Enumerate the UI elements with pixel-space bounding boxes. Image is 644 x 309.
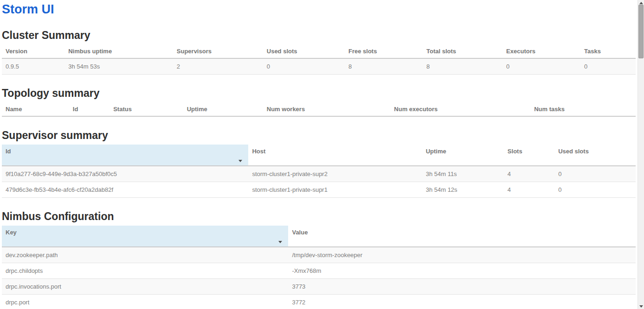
column-header-tasks[interactable]: Tasks <box>580 44 636 58</box>
cell-used-slots: 0 <box>554 166 636 182</box>
cell-supervisor-id: 9f10a277-68c9-449e-9d3a-b327a50bf0c5 <box>2 166 248 182</box>
column-header-num-workers[interactable]: Num workers <box>263 102 391 116</box>
cell-slots: 4 <box>504 166 554 182</box>
column-header-key-label: Key <box>6 229 17 236</box>
column-header-id-label: Id <box>6 148 11 155</box>
cell-used-slots: 0 <box>554 182 636 198</box>
column-header-executors[interactable]: Executors <box>502 44 580 58</box>
cell-config-key: dev.zookeeper.path <box>2 247 288 263</box>
column-header-status[interactable]: Status <box>109 102 183 116</box>
cell-executors: 0 <box>502 58 580 75</box>
column-header-supervisors[interactable]: Supervisors <box>173 44 263 58</box>
header-row: Key Value <box>2 226 636 247</box>
cell-host: storm-cluster1-private-supr2 <box>248 166 422 182</box>
column-header-uptime[interactable]: Uptime <box>422 145 504 166</box>
cell-config-key: drpc.childopts <box>2 263 288 279</box>
cell-config-value: 3773 <box>288 279 636 295</box>
header-row: Version Nimbus uptime Supervisors Used s… <box>2 44 636 58</box>
scroll-down-button[interactable] <box>638 303 644 309</box>
column-header-slots[interactable]: Slots <box>504 145 554 166</box>
table-row: dev.zookeeper.path /tmp/dev-storm-zookee… <box>2 247 636 263</box>
column-header-free-slots[interactable]: Free slots <box>345 44 423 58</box>
column-header-uptime[interactable]: Uptime <box>183 102 263 116</box>
cell-host: storm-cluster1-private-supr1 <box>248 182 422 198</box>
column-header-version[interactable]: Version <box>2 44 64 58</box>
cluster-summary-heading: Cluster Summary <box>2 29 636 41</box>
cell-config-key: drpc.invocations.port <box>2 279 288 295</box>
cell-free-slots: 8 <box>345 58 423 75</box>
cell-tasks: 0 <box>580 58 636 75</box>
column-header-value[interactable]: Value <box>288 226 636 247</box>
column-header-host[interactable]: Host <box>248 145 422 166</box>
supervisor-summary-heading: Supervisor summary <box>2 129 636 141</box>
cell-config-value: /tmp/dev-storm-zookeeper <box>288 247 636 263</box>
column-header-used-slots[interactable]: Used slots <box>263 44 345 58</box>
sort-desc-icon <box>238 160 242 162</box>
column-header-num-executors[interactable]: Num executors <box>390 102 530 116</box>
cell-used-slots: 0 <box>263 58 345 75</box>
column-header-key[interactable]: Key <box>2 226 288 247</box>
cell-uptime: 3h 54m 11s <box>422 166 504 182</box>
column-header-name[interactable]: Name <box>2 102 69 116</box>
vertical-scrollbar[interactable] <box>638 0 644 309</box>
scroll-up-arrow-icon <box>639 2 643 4</box>
scroll-down-arrow-icon <box>639 305 643 308</box>
table-row: 0.9.5 3h 54m 53s 2 0 8 8 0 0 <box>2 58 636 75</box>
sort-desc-icon <box>278 241 282 243</box>
header-row: Name Id Status Uptime Num workers Num ex… <box>2 102 636 116</box>
cell-uptime: 3h 54m 12s <box>422 182 504 198</box>
cell-total-slots: 8 <box>423 58 502 75</box>
supervisor-summary-table: Id Host Uptime Slots Used slots 9f10a277… <box>2 145 636 198</box>
scrollbar-thumb[interactable] <box>638 5 644 58</box>
column-header-id[interactable]: Id <box>2 145 248 166</box>
cell-slots: 4 <box>504 182 554 198</box>
table-row: drpc.invocations.port 3773 <box>2 279 636 295</box>
column-header-total-slots[interactable]: Total slots <box>423 44 502 58</box>
topology-summary-heading: Topology summary <box>2 87 636 99</box>
cluster-summary-table: Version Nimbus uptime Supervisors Used s… <box>2 44 636 75</box>
table-row: 479d6c3e-fb53-4b4e-afc6-cf20a2dab82f sto… <box>2 182 636 198</box>
column-header-id[interactable]: Id <box>69 102 109 116</box>
main-content: Storm UI Cluster Summary Version Nimbus … <box>2 2 636 309</box>
table-row: drpc.childopts -Xmx768m <box>2 263 636 279</box>
cell-version: 0.9.5 <box>2 58 64 75</box>
cell-config-value: -Xmx768m <box>288 263 636 279</box>
column-header-used-slots[interactable]: Used slots <box>554 145 636 166</box>
table-row: 9f10a277-68c9-449e-9d3a-b327a50bf0c5 sto… <box>2 166 636 182</box>
nimbus-configuration-heading: Nimbus Configuration <box>2 210 636 222</box>
table-row: drpc.port 3772 <box>2 295 636 309</box>
page-title[interactable]: Storm UI <box>2 2 636 17</box>
column-header-num-tasks[interactable]: Num tasks <box>530 102 636 116</box>
cell-supervisors: 2 <box>173 58 263 75</box>
cell-supervisor-id: 479d6c3e-fb53-4b4e-afc6-cf20a2dab82f <box>2 182 248 198</box>
cell-nimbus-uptime: 3h 54m 53s <box>64 58 173 75</box>
topology-summary-table: Name Id Status Uptime Num workers Num ex… <box>2 102 636 117</box>
cell-config-value: 3772 <box>288 295 636 309</box>
nimbus-configuration-table: Key Value dev.zookeeper.path /tmp/dev-st… <box>2 226 636 309</box>
cell-config-key: drpc.port <box>2 295 288 309</box>
header-row: Id Host Uptime Slots Used slots <box>2 145 636 166</box>
column-header-nimbus-uptime[interactable]: Nimbus uptime <box>64 44 173 58</box>
